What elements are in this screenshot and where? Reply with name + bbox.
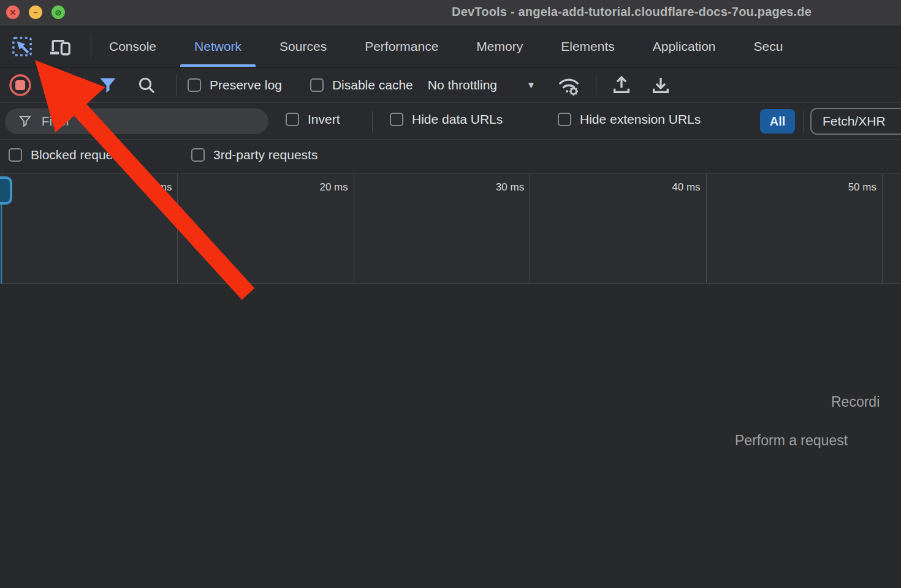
throttling-select[interactable]: No throttling ▼ (428, 78, 536, 92)
tab-network[interactable]: Network (175, 26, 260, 67)
request-type-chip-all[interactable]: All (760, 109, 795, 134)
network-filter-bar-row2: Blocked requests 3rd-party requests (0, 140, 901, 174)
timeline-tick: 20 ms (178, 174, 354, 284)
export-har-icon[interactable] (650, 75, 671, 96)
overview-selection-line (1, 205, 2, 284)
tab-memory[interactable]: Memory (457, 26, 542, 67)
invert-checkbox[interactable]: Invert (286, 112, 340, 127)
network-conditions-icon[interactable] (557, 74, 581, 96)
preserve-log-label: Preserve log (210, 78, 282, 92)
tab-security[interactable]: Secu (734, 26, 802, 67)
request-type-chip-fetch-xhr[interactable]: Fetch/XHR (810, 108, 901, 135)
hide-data-urls-label: Hide data URLs (412, 112, 503, 127)
titlebar: ✕ − ⊘ DevTools - angela-add-tutorial.clo… (0, 0, 901, 26)
clear-network-log-icon[interactable] (51, 74, 74, 96)
preserve-log-checkbox[interactable]: Preserve log (188, 78, 282, 92)
panel-tabs: Console Network Sources Performance Memo… (90, 26, 901, 67)
close-window-button[interactable]: ✕ (6, 6, 20, 19)
timeline-tick: 10 ms (2, 174, 178, 284)
timeline-tick: 40 ms (530, 174, 706, 284)
blocked-requests-checkbox[interactable]: Blocked requests (9, 148, 129, 162)
window-title: DevTools - angela-add-tutorial.cloudflar… (452, 5, 812, 19)
import-har-icon[interactable] (611, 75, 632, 96)
disable-cache-label: Disable cache (332, 78, 413, 92)
network-toolbar: Preserve log Disable cache No throttling… (0, 67, 901, 103)
zoom-window-button[interactable]: ⊘ (51, 6, 65, 19)
filter-funnel-icon[interactable] (99, 76, 117, 94)
devtools-tabbar: Console Network Sources Performance Memo… (0, 26, 901, 67)
toggle-device-toolbar-icon[interactable] (44, 36, 77, 57)
record-network-log-button[interactable] (9, 74, 32, 97)
checkbox-box[interactable] (191, 148, 205, 162)
toolbar-separator (596, 75, 596, 96)
network-waterfall-header: 10 ms 20 ms 30 ms 40 ms 50 ms (0, 174, 901, 284)
inspect-element-icon[interactable] (11, 36, 33, 57)
checkbox-box[interactable] (188, 78, 201, 92)
checkbox-box[interactable] (390, 113, 403, 126)
network-filter-bar: Invert Hide data URLs Hide extension URL… (0, 103, 901, 140)
third-party-requests-checkbox[interactable]: 3rd-party requests (191, 148, 317, 162)
filter-input-pill[interactable] (5, 108, 268, 134)
perform-request-hint-text: Perform a request (735, 432, 848, 449)
tab-sources[interactable]: Sources (260, 26, 346, 67)
toolbar-separator (85, 75, 85, 96)
tab-application[interactable]: Application (634, 26, 735, 67)
blocked-requests-label: Blocked requests (31, 148, 129, 162)
filter-funnel-outline-icon (18, 114, 32, 129)
hide-data-urls-checkbox[interactable]: Hide data URLs (390, 112, 503, 127)
hide-extension-urls-checkbox[interactable]: Hide extension URLs (558, 112, 701, 127)
hide-extension-urls-label: Hide extension URLs (580, 112, 701, 127)
checkbox-box[interactable] (310, 78, 324, 92)
filter-separator (803, 111, 804, 132)
timeline-tick: 30 ms (354, 174, 530, 284)
toolbar-separator (176, 75, 177, 96)
throttling-value: No throttling (428, 78, 497, 92)
minimize-window-button[interactable]: − (29, 6, 42, 19)
timeline-tick: 50 ms (707, 174, 883, 284)
timeline-columns: 10 ms 20 ms 30 ms 40 ms 50 ms (2, 174, 883, 284)
third-party-requests-label: 3rd-party requests (213, 148, 317, 162)
overview-selection-handle[interactable] (0, 176, 12, 205)
chevron-down-icon: ▼ (527, 80, 536, 90)
disable-cache-checkbox[interactable]: Disable cache (310, 78, 413, 92)
search-icon[interactable] (137, 75, 156, 95)
checkbox-box[interactable] (558, 113, 571, 126)
invert-label: Invert (308, 112, 340, 127)
filter-separator (372, 111, 373, 132)
devtools-window: ✕ − ⊘ DevTools - angela-add-tutorial.clo… (0, 0, 901, 588)
checkbox-box[interactable] (286, 113, 299, 126)
tab-performance[interactable]: Performance (346, 26, 457, 67)
filter-input[interactable] (42, 114, 260, 129)
recording-status-text: Recordi (831, 394, 880, 410)
checkbox-box[interactable] (9, 148, 22, 162)
tab-console[interactable]: Console (90, 26, 175, 67)
tab-elements[interactable]: Elements (542, 26, 634, 67)
